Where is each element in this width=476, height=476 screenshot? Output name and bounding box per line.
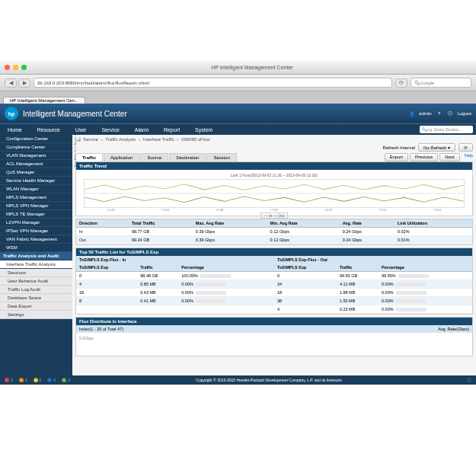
window-title: HP Intelligent Management Center: [33, 65, 471, 70]
sidebar-item-data-export[interactable]: Data Export: [0, 302, 72, 311]
expand-icon[interactable]: ⛶: [468, 378, 471, 382]
tab-application[interactable]: Application: [104, 153, 139, 161]
sidebar-item-health[interactable]: Service Health Manager: [0, 177, 72, 185]
menubar: Home Resource User Service Alarm Report …: [0, 123, 476, 135]
crumb-interface[interactable]: Interface Traffic: [143, 137, 174, 142]
sidebar-item-mpls-vpn[interactable]: MPLS VPN Manager: [0, 202, 72, 210]
about-icon[interactable]: ⓘ: [447, 110, 453, 117]
tab-source[interactable]: Source: [140, 153, 168, 161]
sidebar-item-traffic-log[interactable]: Traffic Log Audit: [0, 286, 72, 294]
sidebar-item-sessions[interactable]: Sessions: [0, 269, 72, 277]
flux-panel: Flux Distribute In Interface Index(1 - 2…: [75, 317, 473, 356]
table-row[interactable]: 244.11 MB0.00%: [274, 280, 472, 289]
chart-area: [84, 179, 465, 208]
browser-tabstrip: HP Intelligent Management Cen...: [0, 91, 476, 104]
global-search-input[interactable]: 🔍 e.g. Query Devices: [420, 126, 473, 133]
col-direction[interactable]: Direction: [76, 219, 129, 228]
table-row[interactable]: 180.43 MB0.00%: [76, 289, 274, 297]
menu-alarm[interactable]: Alarm: [127, 124, 156, 135]
copyright: Copyright © 2013-2015 Hewlett-Packard De…: [70, 378, 468, 382]
menu-report[interactable]: Report: [156, 124, 187, 135]
previous-button[interactable]: Previous: [410, 153, 438, 161]
col-max[interactable]: Max. Avg Rate: [193, 219, 267, 228]
app-header: hp Intelligent Management Center 👤 admin…: [0, 104, 476, 123]
tos-title: Top 50 Traffic List for ToS/MPLS Exp: [76, 248, 472, 256]
tab-traffic[interactable]: Traffic: [75, 153, 103, 161]
sidebar-item-wsm[interactable]: WSM: [0, 244, 72, 252]
sidebar-section-traffic[interactable]: Traffic Analysis and Audit: [0, 252, 72, 260]
status-minor[interactable]: 🟡0: [34, 378, 42, 382]
sidebar-item-qos[interactable]: QoS Manager: [0, 168, 72, 177]
summary-panel: Direction Total Traffic Max. Avg Rate Mi…: [75, 219, 473, 245]
sidebar-item-behavior-audit[interactable]: User Behavior Audit: [0, 277, 72, 286]
status-warning[interactable]: 🔵0: [47, 378, 56, 382]
close-icon[interactable]: [5, 65, 10, 70]
sidebar-item-config-center[interactable]: Configuration Center: [0, 135, 72, 143]
sidebar-item-settings[interactable]: Settings: [0, 311, 72, 319]
flux-index: Index(1 - 20 of Total 47): [79, 327, 123, 331]
col-avg[interactable]: Avg. Rate: [340, 219, 395, 228]
table-row[interactable]: Out99.24 GB0.39 Gbps0.12 Gbps0.24 Gbps0.…: [76, 236, 472, 244]
menu-home[interactable]: Home: [0, 124, 30, 135]
export-button[interactable]: Export: [385, 153, 408, 161]
sidebar-item-l2vpn[interactable]: L2VPN Manager: [0, 219, 72, 227]
crumb-traffic[interactable]: Traffic Analysis: [105, 137, 136, 142]
menu-user[interactable]: User: [68, 124, 94, 135]
tab-destination[interactable]: Destination: [169, 153, 206, 161]
status-major[interactable]: 🟠3: [19, 378, 27, 382]
tos-out-title: ToS/MPLS Exp-Flux - Out: [274, 256, 472, 264]
browser-search[interactable]: 🔍 Google: [411, 78, 471, 88]
col-util[interactable]: Link Utilization: [395, 219, 472, 228]
menu-resource[interactable]: Resource: [30, 124, 68, 135]
back-button[interactable]: ◀: [5, 78, 17, 88]
table-row[interactable]: 40.85 MB0.00%: [76, 280, 274, 289]
table-row[interactable]: In98.77 GB0.39 Gbps0.12 Gbps0.24 Gbps0.0…: [76, 228, 472, 236]
browser-tab[interactable]: HP Intelligent Management Cen...: [3, 97, 85, 104]
breadcrumb: 📊 Service» Traffic Analysis» Interface T…: [75, 136, 473, 142]
reload-button[interactable]: ⟳: [395, 78, 407, 88]
sidebar-item-acl[interactable]: ACL Management: [0, 160, 72, 168]
menu-service[interactable]: Service: [94, 124, 126, 135]
forward-button[interactable]: ▶: [18, 78, 30, 88]
next-button[interactable]: Next: [439, 153, 459, 161]
flux-tick: 5.0Gbps: [79, 336, 94, 340]
help-link[interactable]: Help: [465, 153, 473, 161]
table-row[interactable]: 381.50 MB0.00%: [274, 297, 472, 305]
status-critical[interactable]: 🔴0: [5, 378, 13, 382]
sidebar-item-mpls[interactable]: MPLS Management: [0, 193, 72, 202]
table-row[interactable]: 40.23 MB0.00%: [274, 305, 472, 314]
sidebar-item-wlan[interactable]: WLAN Manager: [0, 185, 72, 193]
zoom-icon[interactable]: [21, 65, 27, 70]
refresh-button[interactable]: ⟳: [458, 143, 473, 152]
mac-titlebar: HP Intelligent Management Center: [0, 61, 476, 75]
sidebar-item-van-fabric[interactable]: VAN Fabric Management: [0, 235, 72, 244]
sidebar-item-db-space[interactable]: Database Space: [0, 294, 72, 302]
refresh-select[interactable]: No Refresh ▾: [418, 143, 455, 152]
sidebar-item-compliance[interactable]: Compliance Center: [0, 143, 72, 152]
status-info[interactable]: 🟢3: [62, 378, 70, 382]
minimize-icon[interactable]: [13, 65, 18, 70]
sidebar-item-mpls-te[interactable]: MPLS TE Manager: [0, 210, 72, 219]
sidebar-item-ipsec[interactable]: IPSec VPN Manager: [0, 227, 72, 235]
table-row[interactable]: 099.50 GB99.95%: [274, 272, 472, 280]
menu-system[interactable]: System: [187, 124, 220, 135]
content: 📊 Service» Traffic Analysis» Interface T…: [72, 135, 476, 375]
crumb-service[interactable]: Service: [83, 137, 98, 142]
table-row[interactable]: 181.88 MB0.00%: [274, 289, 472, 297]
sidebar-item-interface-traffic[interactable]: Interface Traffic Analysis: [0, 260, 72, 269]
help-icon[interactable]: ?: [436, 110, 442, 117]
table-row[interactable]: 80.41 MB0.00%: [76, 297, 274, 305]
table-row[interactable]: 098.48 GB100.00%: [76, 272, 274, 280]
refresh-label: Refresh Interval: [383, 145, 415, 150]
traffic-trend-panel: Traffic Trend Last 1 Hour(2013-09-05 11:…: [75, 161, 473, 216]
tos-in-title: ToS/MPLS Exp-Flux - In: [76, 256, 274, 264]
logout-link[interactable]: Logout: [458, 111, 471, 116]
col-total[interactable]: Total Traffic: [129, 219, 193, 228]
admin-label[interactable]: admin: [419, 111, 431, 116]
url-bar[interactable]: 26.163.0.203:8080/imc/fault/alarm/flux/f…: [34, 78, 392, 88]
sidebar: Configuration Center Compliance Center V…: [0, 135, 72, 375]
col-min[interactable]: Min. Avg Rate: [267, 219, 340, 228]
chart-caption: Last 1 Hour(2013-09-05 11:26 ~ 2013-09-0…: [84, 173, 465, 177]
sidebar-item-vlan[interactable]: VLAN Management: [0, 152, 72, 160]
tab-session[interactable]: Session: [206, 153, 236, 161]
